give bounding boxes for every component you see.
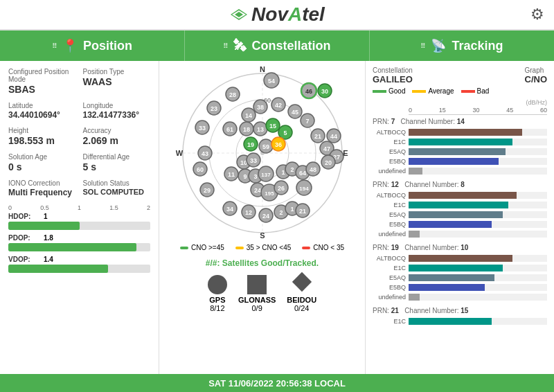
settings-button[interactable]: ⚙ — [530, 6, 544, 24]
satellite-137: 137 — [258, 166, 274, 181]
signal-bar-bg-E5BQ — [409, 221, 547, 228]
signal-bar-bg-E1C — [409, 139, 547, 145]
glonass-shape — [247, 275, 267, 294]
signal-bar-bg-E5AQ — [409, 211, 547, 218]
nav-position[interactable]: ⠿ 📍 Position — [0, 30, 185, 61]
satellite-7: 7 — [301, 114, 314, 127]
satellite-54: 54 — [264, 73, 279, 88]
sol-status-label: Solution Status — [83, 179, 151, 187]
svg-text:14: 14 — [244, 112, 251, 119]
signal-label-E5BQ: E5BQ — [373, 284, 409, 291]
position-icon: 📍 — [62, 38, 78, 53]
differential-age-label: Differential Age — [83, 153, 151, 161]
beidou-shape — [292, 272, 312, 292]
glonass-count: 0/9 — [251, 304, 262, 312]
gps-icon-item: GPS 8/12 — [208, 275, 227, 312]
svg-text:W: W — [176, 149, 184, 157]
nav-constellation[interactable]: ⠿ 🛰 Constellation — [185, 30, 370, 61]
vdop-value: 1.4 — [44, 256, 53, 263]
pdop-container: PDOP: 1.8 — [8, 234, 150, 251]
prn-header-19: PRN: 19 Channel Number: 10 — [373, 244, 547, 251]
signal-label-E5BQ: E5BQ — [373, 221, 409, 228]
signal-bar-bg-E5BQ — [409, 284, 547, 291]
satellite-21b: 21 — [296, 204, 310, 217]
signal-label-undefined: undefined — [373, 168, 409, 175]
svg-text:26: 26 — [277, 185, 284, 192]
app-logo: NovAtel — [229, 3, 325, 26]
differential-age-value: 5 s — [83, 161, 151, 172]
legend-bad: CNO < 35 — [302, 244, 344, 251]
svg-text:30: 30 — [321, 88, 328, 95]
sol-status-value: SOL COMPUTED — [83, 188, 151, 196]
signal-bar-E5BQ — [409, 158, 499, 165]
constellation-col-label: Constellation — [373, 66, 413, 74]
satellite-59: 59 — [259, 139, 273, 153]
signal-label-E1C: E1C — [373, 318, 409, 325]
satellite-42: 42 — [271, 98, 285, 112]
svg-text:19: 19 — [247, 141, 253, 148]
signal-label-E5AQ: E5AQ — [373, 148, 409, 155]
hdop-value: 1 — [44, 213, 48, 220]
signal-bar-bg-ALTBOCQ — [409, 255, 547, 262]
svg-text:61: 61 — [226, 126, 233, 133]
constellation-col-value: GALILEO — [373, 74, 413, 84]
beidou-count: 0/24 — [294, 304, 309, 312]
tracking-panel: Constellation GALILEO Graph C/NO Good Av… — [366, 61, 554, 374]
status-bar: SAT 11/06/2022 20:56:38 LOCAL — [0, 374, 554, 392]
satellite-33b: 33 — [247, 153, 260, 167]
signal-row-E5BQ: E5BQ — [373, 283, 547, 292]
nav-tracking[interactable]: ⠿ 📡 Tracking — [370, 30, 554, 61]
svg-text:9: 9 — [243, 173, 247, 180]
satellite-44: 44 — [327, 129, 341, 143]
beidou-icon-item: BEIDOU 0/24 — [287, 275, 316, 312]
legend-good-label: CNO >=45 — [191, 244, 224, 251]
status-text: SAT 11/06/2022 20:56:38 LOCAL — [208, 378, 346, 389]
signal-bar-E5BQ — [409, 284, 485, 291]
position-type-value: WAAS — [83, 76, 151, 87]
cnr-quality-legend: Good Average Bad — [373, 87, 547, 95]
signal-row-E5AQ: E5AQ — [373, 273, 547, 282]
dop-scale: 00.511.52 — [8, 204, 150, 211]
logo-icon — [229, 8, 249, 21]
signal-bar-E5AQ — [409, 148, 506, 155]
cnr-bad-label: Bad — [477, 87, 490, 95]
signal-bar-bg-E5AQ — [409, 274, 547, 281]
iono-label: IONO Correction — [8, 179, 76, 187]
sky-plot-svg: N E S W 30 60 54 28 46 — [176, 66, 349, 240]
svg-text:18: 18 — [242, 126, 249, 133]
svg-text:21: 21 — [298, 208, 305, 215]
svg-text:54: 54 — [267, 78, 274, 84]
accuracy-value: 2.069 m — [83, 135, 151, 146]
legend-average-dot — [235, 247, 244, 249]
svg-text:2: 2 — [279, 209, 283, 216]
signal-row-E1C: E1C — [373, 137, 547, 146]
nav-drag-position: ⠿ — [52, 42, 57, 50]
svg-text:23: 23 — [210, 105, 217, 112]
scale-unit: (dB/Hz) — [526, 99, 547, 106]
legend-good-dot — [180, 247, 188, 249]
svg-text:3: 3 — [253, 173, 257, 180]
signal-bar-bg-E5AQ — [409, 148, 547, 155]
graph-col-label: Graph — [525, 66, 548, 74]
svg-text:36: 36 — [274, 141, 281, 148]
position-type-label: Position Type — [83, 68, 151, 75]
satellite-24: 24 — [259, 208, 273, 222]
svg-text:2: 2 — [290, 166, 294, 173]
satellite-15: 15 — [266, 118, 280, 132]
nav-drag-tracking: ⠿ — [420, 42, 425, 50]
svg-text:34: 34 — [226, 206, 233, 213]
app-header: NovAtel ⚙ — [0, 0, 554, 30]
svg-text:29: 29 — [203, 187, 210, 194]
signal-bar-undefined — [409, 231, 420, 238]
signal-label-undefined: undefined — [373, 231, 409, 238]
cnr-good: Good — [373, 87, 405, 95]
longitude-value: 132.41477336° — [83, 110, 151, 120]
svg-text:N: N — [260, 66, 265, 73]
svg-text:60: 60 — [196, 166, 203, 173]
svg-text:33: 33 — [249, 157, 256, 164]
signal-bar-ALTBOCQ — [409, 129, 522, 136]
signal-bar-undefined — [409, 168, 422, 175]
latitude-value: 34.44010694° — [8, 110, 76, 120]
signal-label-E5BQ: E5BQ — [373, 158, 409, 165]
satellite-19: 19 — [244, 137, 258, 151]
